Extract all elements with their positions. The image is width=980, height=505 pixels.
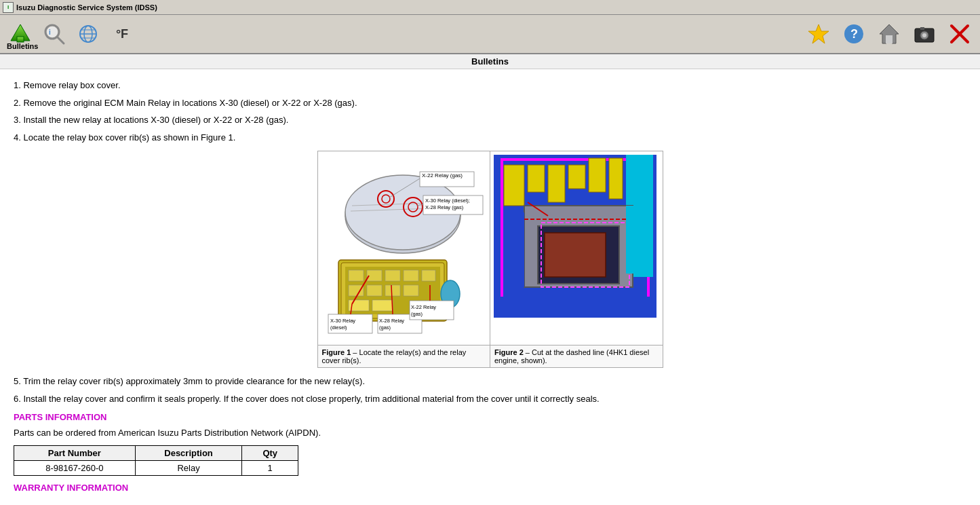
svg-rect-70	[528, 165, 545, 192]
svg-rect-83	[626, 206, 646, 274]
figure-1-caption: Figure 1 – Locate the relay(s) and the r…	[318, 345, 490, 367]
svg-rect-19	[920, 27, 924, 30]
col-part-number: Part Number	[14, 445, 136, 460]
title-bar: I Isuzu Diagnostic Service System (IDSS)	[0, 0, 980, 15]
svg-text:X-30 Relay (diesel);: X-30 Relay (diesel);	[425, 198, 470, 204]
svg-rect-42	[385, 270, 400, 281]
svg-rect-72	[568, 165, 585, 189]
svg-rect-45	[349, 285, 364, 296]
step-4-text: 4. Locate the relay box cover rib(s) as …	[14, 132, 235, 143]
svg-text:(gas): (gas)	[379, 324, 391, 331]
svg-text:X-28 Relay: X-28 Relay	[379, 318, 404, 324]
home-button[interactable]	[874, 19, 904, 49]
header-bar: Bulletins	[0, 54, 980, 69]
parts-heading: PARTS INFORMATION	[14, 412, 966, 422]
svg-point-18	[922, 33, 926, 37]
figure-1-box: X-22 Relay (gas) X-30 Relay (diesel); X-…	[318, 151, 491, 367]
qty-cell: 1	[242, 460, 298, 475]
screenshot-button[interactable]	[909, 19, 939, 49]
svg-rect-74	[609, 158, 623, 199]
step-1: 1. Remove relay box cover.	[14, 79, 966, 92]
warranty-heading: WARRANTY INFORMATION	[14, 483, 966, 493]
svg-text:X-28 Relay (gas): X-28 Relay (gas)	[425, 204, 464, 210]
figure-2-svg	[490, 151, 660, 345]
figures-container: X-22 Relay (gas) X-30 Relay (diesel); X-…	[317, 151, 663, 368]
step-3-text: 3. Install the new relay at locations X-…	[14, 115, 288, 125]
svg-rect-48	[404, 285, 418, 296]
parts-description-text: Parts can be ordered from American Isuzu…	[14, 428, 321, 438]
close-button[interactable]	[945, 19, 975, 49]
title-bar-label: Isuzu Diagnostic Service System (IDSS)	[16, 3, 157, 12]
toolbar-label: Bulletins	[7, 42, 38, 50]
svg-rect-44	[422, 270, 435, 281]
title-bar-icon: I	[3, 2, 14, 13]
table-row: 8-98167-260-0 Relay 1	[14, 460, 298, 475]
figure-1-svg: X-22 Relay (gas) X-30 Relay (diesel); X-…	[318, 151, 488, 345]
figure-1-caption-label: Figure 1	[322, 348, 351, 356]
step-2-text: 2. Remove the original ECM Main Relay in…	[14, 98, 357, 108]
help-button[interactable]: ?	[839, 19, 869, 49]
toolbar: i °F Bulletins ?	[0, 15, 980, 54]
figure-2-image	[490, 151, 663, 345]
svg-rect-15	[886, 35, 893, 43]
svg-rect-47	[385, 285, 400, 296]
figure-1-image: X-22 Relay (gas) X-30 Relay (diesel); X-…	[318, 151, 490, 345]
step-4: 4. Locate the relay box cover rib(s) as …	[14, 131, 966, 145]
part-number-cell: 8-98167-260-0	[14, 460, 136, 475]
step-6: 6. Install the relay cover and confirm i…	[14, 392, 966, 406]
svg-text:X-22 Relay (gas): X-22 Relay (gas)	[422, 172, 463, 179]
toolbar-right: ?	[804, 19, 975, 49]
step-5-text: 5. Trim the relay cover rib(s) approxima…	[14, 376, 365, 386]
search-button[interactable]: i	[39, 19, 69, 49]
temp-button[interactable]: °F	[107, 19, 137, 49]
svg-rect-79	[545, 233, 606, 277]
svg-rect-41	[367, 270, 382, 281]
svg-rect-46	[367, 285, 382, 296]
step-3: 3. Install the new relay at locations X-…	[14, 113, 966, 127]
svg-rect-69	[504, 165, 524, 206]
description-cell: Relay	[135, 460, 242, 475]
main-content: 1. Remove relay box cover. 2. Remove the…	[0, 69, 980, 505]
step-2: 2. Remove the original ECM Main Relay in…	[14, 96, 966, 110]
svg-rect-71	[548, 165, 565, 202]
svg-text:?: ?	[850, 27, 858, 41]
svg-text:i: i	[49, 29, 51, 36]
step-1-text: 1. Remove relay box cover.	[14, 80, 121, 90]
parts-table: Part Number Description Qty 8-98167-260-…	[14, 445, 298, 476]
svg-text:X-22 Relay: X-22 Relay	[411, 304, 436, 310]
figure-2-caption: Figure 2 – Cut at the dashed line (4HK1 …	[490, 345, 663, 367]
svg-rect-43	[404, 270, 418, 281]
svg-rect-40	[349, 270, 364, 281]
svg-text:(gas): (gas)	[411, 311, 423, 317]
network-button[interactable]	[73, 19, 103, 49]
favorites-button[interactable]	[804, 19, 834, 49]
step-5: 5. Trim the relay cover rib(s) approxima…	[14, 375, 966, 388]
parts-description: Parts can be ordered from American Isuzu…	[14, 426, 966, 440]
figure-2-box: Figure 2 – Cut at the dashed line (4HK1 …	[490, 151, 663, 367]
svg-rect-1	[17, 37, 24, 42]
svg-text:X-30 Relay: X-30 Relay	[330, 318, 355, 324]
col-description: Description	[135, 445, 242, 460]
header-title: Bulletins	[471, 56, 509, 67]
temp-label: °F	[116, 27, 128, 41]
svg-line-4	[57, 37, 64, 43]
svg-rect-73	[589, 158, 606, 192]
step-6-text: 6. Install the relay cover and confirm i…	[14, 394, 600, 404]
svg-text:(diesel): (diesel)	[330, 324, 347, 331]
svg-marker-11	[808, 24, 829, 43]
svg-rect-50	[372, 300, 393, 311]
svg-rect-67	[501, 161, 503, 297]
figure-2-caption-label: Figure 2	[494, 348, 524, 356]
svg-rect-82	[504, 212, 524, 287]
col-qty: Qty	[242, 445, 298, 460]
